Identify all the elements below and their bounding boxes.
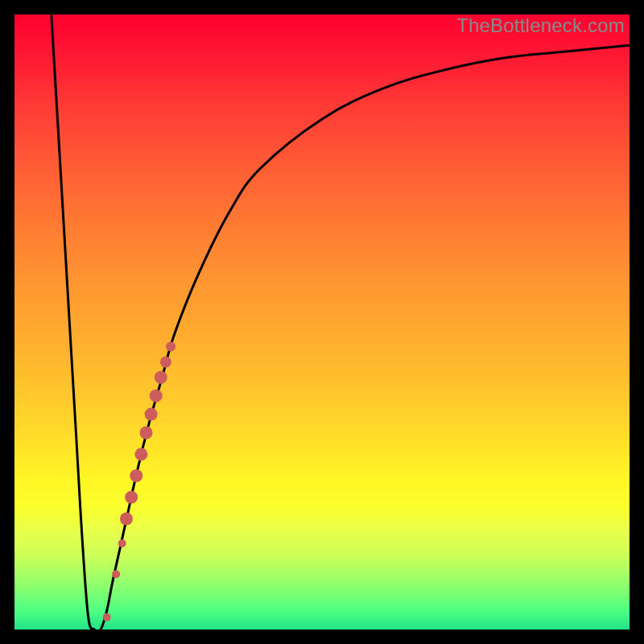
plot-area: TheBottleneck.com — [14, 14, 630, 630]
data-marker — [150, 390, 163, 402]
data-marker — [145, 408, 158, 421]
data-marker — [130, 469, 142, 482]
data-marker — [103, 613, 111, 621]
data-marker — [160, 357, 171, 368]
chart-container: TheBottleneck.com — [0, 0, 644, 644]
bottleneck-curve — [52, 14, 630, 632]
data-marker — [112, 570, 120, 578]
data-marker — [155, 371, 167, 384]
data-marker — [166, 342, 175, 352]
data-marker — [125, 491, 138, 504]
data-marker — [118, 539, 126, 547]
chart-svg — [14, 14, 630, 630]
data-marker — [120, 513, 133, 526]
data-marker — [134, 448, 147, 460]
data-marker — [140, 427, 153, 440]
